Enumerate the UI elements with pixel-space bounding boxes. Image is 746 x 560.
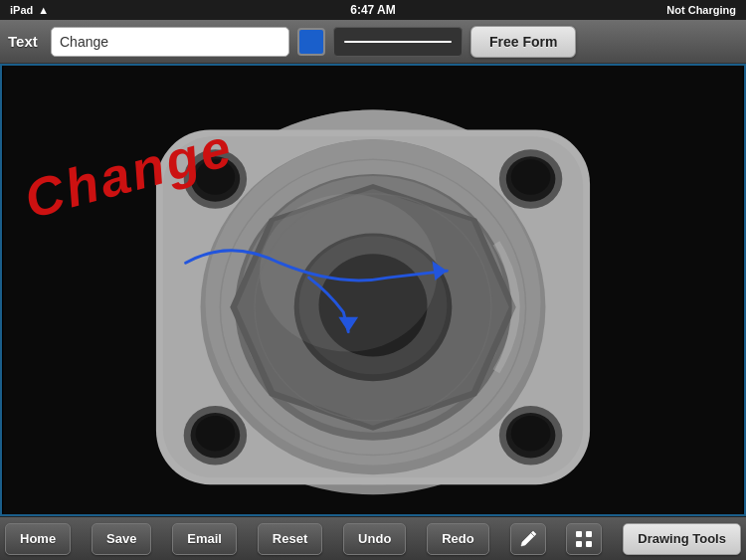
main-canvas-svg[interactable]: Change: [2, 66, 744, 514]
pen-tool-button[interactable]: [510, 523, 546, 555]
line-thickness-indicator: [344, 41, 452, 43]
drawing-tools-button[interactable]: Drawing Tools: [623, 523, 741, 555]
status-bar: iPad ▲ 6:47 AM Not Charging: [0, 0, 746, 20]
reset-button[interactable]: Reset: [258, 523, 322, 555]
svg-point-26: [511, 416, 551, 452]
undo-button[interactable]: Undo: [343, 523, 406, 555]
time-display: 6:47 AM: [350, 3, 396, 17]
canvas-area[interactable]: Change: [0, 64, 746, 516]
svg-point-20: [511, 159, 551, 195]
grid-button[interactable]: [566, 523, 602, 555]
pen-icon: [518, 529, 538, 549]
svg-rect-35: [586, 541, 592, 547]
free-form-button[interactable]: Free Form: [470, 26, 576, 58]
redo-button[interactable]: Redo: [427, 523, 489, 555]
svg-rect-33: [586, 531, 592, 537]
line-thickness-control[interactable]: [333, 27, 463, 57]
device-label: iPad: [10, 4, 33, 16]
wifi-icon: ▲: [38, 4, 49, 16]
save-button[interactable]: Save: [92, 523, 151, 555]
home-button[interactable]: Home: [5, 523, 71, 555]
svg-rect-32: [576, 531, 582, 537]
color-swatch[interactable]: [297, 28, 325, 56]
text-input[interactable]: [51, 27, 289, 57]
email-button[interactable]: Email: [172, 523, 237, 555]
text-label: Text: [8, 33, 43, 50]
grid-icon: [574, 529, 594, 549]
bottom-toolbar: Home Save Email Reset Undo Redo Drawing …: [0, 516, 746, 560]
toolbar: Text Free Form: [0, 20, 746, 64]
svg-point-23: [196, 416, 236, 452]
battery-status: Not Charging: [666, 4, 736, 16]
svg-rect-34: [576, 541, 582, 547]
